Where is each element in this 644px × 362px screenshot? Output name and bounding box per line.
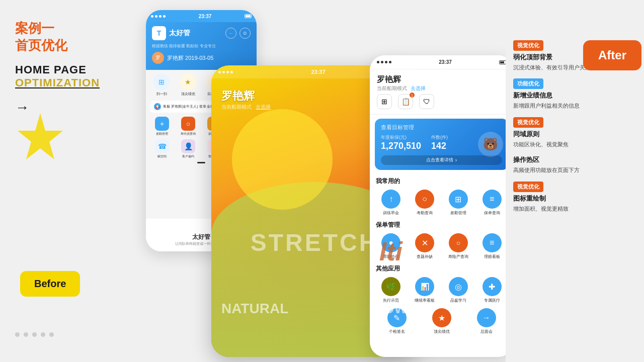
annotation-icon-redraw: 视觉优化 图标重绘制 增加面积、视觉更精致 [513, 182, 636, 213]
annotation-title-2: 新增业绩信息 [513, 91, 636, 100]
common-icon-diff[interactable]: ⊞ 差勤管理 [443, 190, 474, 216]
common-icon-policy[interactable]: ≡ 保单查询 [476, 190, 507, 216]
before-header-top: T 太好管 ··· ⊙ [152, 26, 251, 40]
after-other-section: 其他应用 🌿 先行示范 📊 继续率看板 ◎ 品鉴学习 [370, 261, 513, 305]
after-battery-area [499, 60, 506, 64]
annotation-desc-5: 增加面积、视觉更精致 [513, 205, 636, 213]
icon-diff[interactable]: + 差勤管理 [150, 117, 174, 136]
after-goal-card: 查看目标管理 年度标保(元) 1,270,510 件数(件) 142 🐻 点击查… [375, 119, 508, 170]
view-detail-button[interactable]: 点击查看详情 › [381, 155, 502, 165]
overlay-mode: 当前船期模式 去选择 [221, 104, 408, 111]
annotation-badge-3: 视觉优化 [513, 117, 543, 128]
after-badge: After [583, 40, 641, 70]
common-section-title: 我常用的 [376, 177, 507, 186]
user-avatar: 罗 [152, 52, 164, 64]
after-signal [377, 61, 391, 63]
overlay-signal [218, 71, 233, 73]
header-icon-1[interactable]: ··· [225, 28, 236, 39]
other-icon-learn[interactable]: ◎ 品鉴学习 [443, 277, 474, 303]
header-icon-2[interactable]: ⊙ [239, 28, 251, 39]
annotation-title-5: 图标重绘制 [513, 194, 636, 203]
status-battery [245, 14, 252, 18]
status-signal [151, 15, 166, 18]
overlay-clock: 23:37 [311, 69, 325, 75]
other-icon-continue[interactable]: 📊 继续率看板 [410, 277, 440, 303]
app-logo-box: T [152, 26, 166, 40]
icon-life[interactable]: ○ 寿代优查询 [176, 117, 200, 136]
annotation-desc-3: 功能区块化、视觉聚焦 [513, 141, 636, 148]
before-status-bar: 23:37 [146, 10, 257, 22]
annotation-title-3: 同域原则 [513, 130, 636, 139]
common-icon-grid: ↑ 训练早会 ○ 考勤查询 ⊞ 差勤管理 ≡ 保单查询 [376, 190, 507, 216]
optimization-en: OPTIMIZATION [15, 76, 100, 89]
notice-icon: 📢 [154, 103, 161, 110]
goal-bear-icon: 🐻 [478, 132, 503, 157]
before-clock: 23:37 [199, 14, 212, 19]
iti-text: Iti [379, 236, 403, 266]
annotation-visual-domain: 视觉优化 同域原则 功能区块化、视觉聚焦 [513, 117, 636, 148]
annotation-hotzone: 操作热区 高频使用功能放在页面下方 [513, 155, 636, 174]
overlay-user-section: 罗艳辉 当前船期模式 去选择 [211, 78, 418, 116]
annotation-func-info: 功能优化 新增业绩信息 新增跟用户利益相关的信息 [513, 78, 636, 110]
goal-year-stat: 年度标保(元) 1,270,510 [381, 134, 421, 151]
other-icon-grid: 🌿 先行示范 📊 继续率看板 ◎ 品鉴学习 ✚ 专属医疗 [376, 277, 507, 303]
ins-icon-claim[interactable]: ≡ 理赔看板 [476, 233, 507, 259]
after-icon-shield[interactable]: 🛡 [419, 94, 434, 109]
before-app-header: T 太好管 ··· ⊙ 根据教练 能排板覆 勤励创 专业专注 罗 罗艳辉 201… [146, 22, 257, 70]
icon-customer[interactable]: 👤 客户递约 [176, 139, 200, 159]
app-subtitle: 根据教练 能排板覆 勤励创 专业专注 [152, 43, 251, 49]
icon-scan[interactable]: ⊞ 扫一扫 [150, 74, 174, 97]
common-icon-attendance[interactable]: ○ 考勤查询 [410, 190, 440, 216]
annotation-title-4: 操作热区 [513, 155, 636, 164]
icon-space[interactable]: ☎ 赋空间 [150, 139, 174, 159]
left-panel: 案例一 首页优化 HOME PAGE OPTIMIZATION → [0, 0, 156, 362]
common-icon-training[interactable]: ↑ 训练早会 [376, 190, 407, 216]
user-name-date: 罗艳辉 2019-03-05 [167, 54, 213, 62]
goal-title: 查看目标管理 [381, 124, 502, 131]
header-action-icons: ··· ⊙ [225, 28, 251, 39]
annotation-badge-1: 视觉优化 [513, 40, 543, 51]
annotation-badge-2: 功能优化 [513, 78, 543, 89]
home-page-en: HOME PAGE [15, 63, 87, 76]
after-common-section: 我常用的 ↑ 训练早会 ○ 考勤查询 ⊞ 差勤管理 [370, 174, 513, 218]
annotation-desc-4: 高频使用功能放在页面下方 [513, 166, 636, 174]
annotation-desc-2: 新增跟用户利益相关的信息 [513, 102, 636, 110]
case-title: 案例一 [15, 20, 54, 37]
ow-text: OW [383, 301, 408, 317]
dots-decoration-left [15, 332, 54, 337]
icon-top[interactable]: ★ 顶尖绩优 [177, 74, 200, 97]
star-decoration [10, 111, 70, 171]
app-logo: T 太好管 [152, 26, 190, 40]
natural-text: NATURAL [221, 301, 288, 317]
annotation-badge-5: 视觉优化 [513, 182, 543, 192]
overlay-battery [404, 70, 411, 74]
overlay-status-bar: 23:37 [211, 65, 418, 78]
insurance-section-title: 保单管理 [376, 221, 507, 229]
other-icon-pioneer[interactable]: 🌿 先行示范 [376, 277, 407, 303]
ins-icon-life[interactable]: ○ 寿险产查询 [443, 233, 474, 259]
overlay-username: 罗艳辉 [221, 88, 408, 104]
svg-marker-0 [18, 113, 63, 159]
app-name-label: 太好管 [169, 29, 190, 38]
bottom-icon-top[interactable]: ★ 顶尖绩优 [421, 308, 462, 334]
bottom-icon-meeting[interactable]: → 总面会 [465, 308, 507, 334]
after-clock: 23:37 [439, 59, 452, 65]
goal-count-stat: 件数(件) 142 [431, 134, 448, 151]
other-icon-medical[interactable]: ✚ 专属医疗 [476, 277, 507, 303]
before-badge: Before [20, 271, 80, 297]
user-info-row: 罗 罗艳辉 2019-03-05 [152, 52, 251, 64]
page-subtitle: 首页优化 [15, 37, 67, 54]
